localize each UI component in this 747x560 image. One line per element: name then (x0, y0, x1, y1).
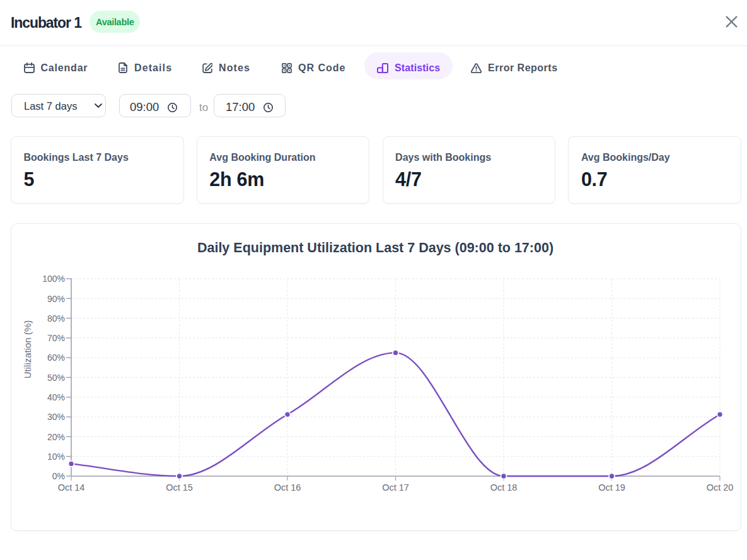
svg-text:Oct 15: Oct 15 (166, 482, 193, 493)
svg-text:0%: 0% (52, 471, 65, 481)
svg-text:10%: 10% (47, 452, 65, 462)
svg-text:80%: 80% (47, 313, 65, 324)
svg-text:90%: 90% (47, 294, 65, 304)
svg-text:Oct 14: Oct 14 (58, 482, 85, 493)
svg-text:Oct 20: Oct 20 (707, 482, 734, 493)
svg-text:20%: 20% (47, 432, 65, 442)
svg-text:Oct 16: Oct 16 (274, 482, 301, 493)
svg-text:Oct 19: Oct 19 (598, 482, 625, 493)
svg-text:Oct 17: Oct 17 (382, 482, 409, 493)
svg-text:30%: 30% (47, 412, 65, 422)
svg-text:50%: 50% (47, 373, 65, 383)
svg-text:Oct 18: Oct 18 (490, 482, 518, 493)
svg-text:40%: 40% (47, 392, 65, 402)
svg-text:60%: 60% (47, 353, 65, 363)
svg-text:100%: 100% (42, 274, 65, 284)
svg-text:Utilization (%): Utilization (%) (22, 320, 33, 379)
svg-text:70%: 70% (47, 333, 65, 343)
